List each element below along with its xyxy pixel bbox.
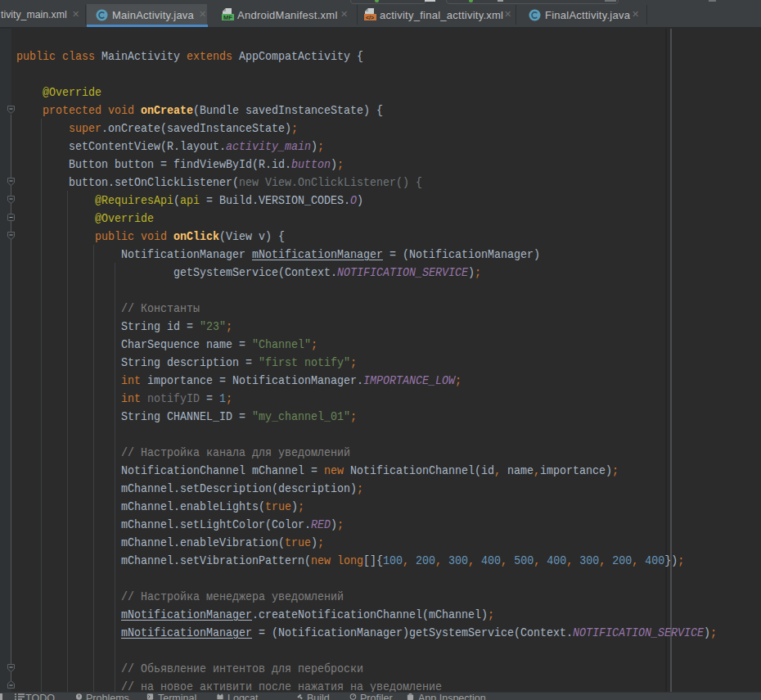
svg-text:</>: </> <box>366 15 374 20</box>
svg-text:MF: MF <box>223 14 232 21</box>
